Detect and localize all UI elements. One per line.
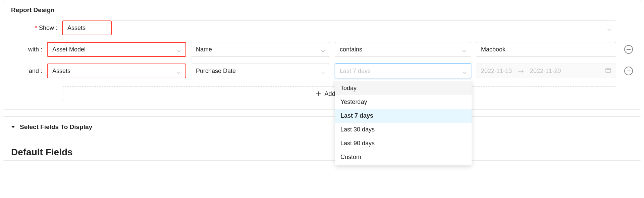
- cond0-value-input[interactable]: [476, 42, 616, 57]
- cond0-operator-select[interactable]: contains: [335, 42, 471, 57]
- dropdown-option[interactable]: Yesterday: [335, 95, 472, 109]
- operator-dropdown: TodayYesterdayLast 7 daysLast 30 daysLas…: [335, 80, 472, 165]
- with-label: with: [3, 46, 47, 53]
- calendar-icon: [605, 67, 611, 75]
- chevron-down-icon: [321, 48, 325, 52]
- and-label: and: [3, 68, 47, 75]
- show-entity-select[interactable]: [112, 21, 616, 35]
- condition-row-0: with Asset Model Name contains: [3, 39, 641, 60]
- cond1-operator-placeholder: Last 7 days: [340, 68, 371, 75]
- cond0-source-value: Asset Model: [52, 46, 86, 53]
- report-design-panel: Report Design Show Assets with Asset Mod…: [3, 0, 641, 110]
- caret-down-icon: [11, 125, 15, 129]
- chevron-down-icon: [177, 69, 181, 73]
- show-source-select[interactable]: Assets: [62, 21, 112, 35]
- cond0-field-value: Name: [196, 46, 212, 53]
- date-end: 2022-11-20: [530, 68, 561, 75]
- dropdown-option[interactable]: Today: [335, 81, 472, 95]
- arrow-right-icon: [518, 68, 524, 75]
- cond1-source-value: Assets: [52, 68, 70, 75]
- chevron-down-icon: [607, 26, 611, 30]
- dropdown-option[interactable]: Last 30 days: [335, 123, 472, 136]
- chevron-down-icon: [177, 48, 181, 52]
- svg-rect-0: [627, 49, 631, 50]
- cond1-operator-select[interactable]: Last 7 days: [335, 64, 471, 78]
- date-start: 2022-11-13: [481, 68, 512, 75]
- show-row: Show Assets: [3, 17, 641, 39]
- condition-row-1: and Assets Purchase Date Last 7 days: [3, 60, 641, 82]
- select-fields-toggle[interactable]: Select Fields To Display: [11, 123, 633, 131]
- dropdown-option[interactable]: Last 90 days: [335, 136, 472, 150]
- cond0-field-select[interactable]: Name: [191, 42, 330, 57]
- show-source-value: Assets: [67, 25, 86, 32]
- show-label: Show: [3, 25, 62, 32]
- select-fields-section: Select Fields To Display Default Fields: [3, 116, 641, 161]
- cond1-field-select[interactable]: Purchase Date: [191, 64, 330, 78]
- remove-condition-button-0[interactable]: [624, 45, 633, 54]
- cond1-date-range[interactable]: 2022-11-13 2022-11-20: [476, 64, 616, 78]
- chevron-down-icon: [462, 48, 466, 52]
- remove-condition-button-1[interactable]: [624, 67, 633, 75]
- chevron-down-icon: [462, 69, 466, 73]
- cond0-source-select[interactable]: Asset Model: [47, 42, 186, 57]
- cond1-field-value: Purchase Date: [196, 68, 236, 75]
- cond1-source-select[interactable]: Assets: [47, 64, 186, 78]
- svg-rect-1: [606, 68, 610, 73]
- svg-rect-2: [627, 71, 631, 71]
- dropdown-option[interactable]: Last 7 days: [335, 109, 472, 123]
- select-fields-label: Select Fields To Display: [20, 123, 92, 131]
- panel-title: Report Design: [3, 6, 641, 17]
- plus-icon: [316, 91, 321, 96]
- default-fields-heading: Default Fields: [11, 147, 633, 160]
- cond0-operator-value: contains: [340, 46, 362, 53]
- dropdown-option[interactable]: Custom: [335, 150, 472, 164]
- chevron-down-icon: [321, 69, 325, 73]
